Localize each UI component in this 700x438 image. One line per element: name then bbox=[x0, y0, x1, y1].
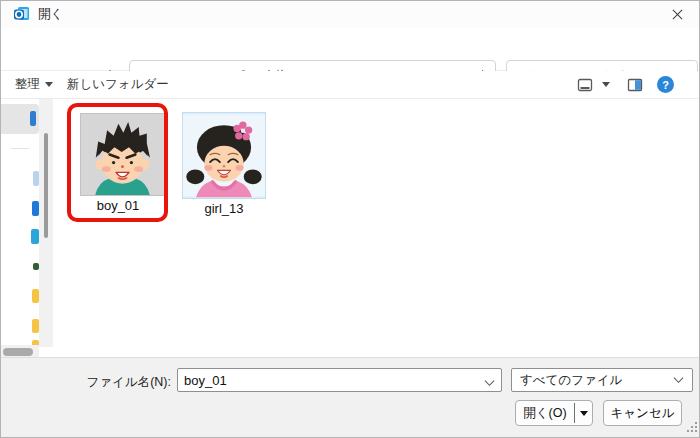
preview-pane-icon[interactable] bbox=[627, 71, 643, 98]
organize-button[interactable]: 整理 bbox=[15, 71, 53, 98]
sidebar-separator bbox=[11, 148, 29, 149]
open-button[interactable]: 開く(O) bbox=[516, 401, 574, 425]
sidebar-selected-item[interactable] bbox=[1, 104, 39, 134]
file-tile-girl13[interactable] bbox=[182, 112, 266, 199]
sidebar-item-icon[interactable] bbox=[32, 201, 39, 216]
sidebar-folder-icon[interactable] bbox=[32, 289, 39, 303]
sidebar-vertical-scrollbar[interactable] bbox=[39, 99, 53, 347]
resize-grip-icon[interactable] bbox=[687, 421, 697, 435]
close-icon[interactable] bbox=[655, 1, 699, 28]
filename-input[interactable] bbox=[178, 369, 501, 391]
chevron-down-icon bbox=[45, 82, 53, 87]
view-dropdown-icon[interactable] bbox=[602, 71, 610, 98]
filetype-combo-chevron-icon bbox=[673, 376, 684, 384]
open-split-button: 開く(O) bbox=[515, 400, 593, 426]
dialog-footer: ファイル名(N): すべてのファイル 開く(O) キャンセル bbox=[1, 357, 699, 437]
file-label-boy01: boy_01 bbox=[69, 198, 167, 213]
girl-illustration bbox=[183, 113, 265, 198]
boy-illustration bbox=[81, 114, 164, 195]
file-open-dialog: 開く bbox=[0, 0, 700, 438]
new-folder-button[interactable]: 新しいフォルダー bbox=[67, 71, 169, 98]
navigation-pane bbox=[1, 99, 53, 359]
outlook-app-icon bbox=[13, 6, 30, 23]
file-tile-boy01[interactable] bbox=[80, 113, 165, 196]
view-options-icon[interactable] bbox=[577, 71, 593, 98]
filetype-dropdown[interactable]: すべてのファイル bbox=[511, 368, 693, 392]
navigation-bar: デスクトップ 人物イラスト bbox=[1, 28, 699, 71]
filename-label: ファイル名(N): bbox=[1, 374, 171, 391]
new-folder-label: 新しいフォルダー bbox=[67, 76, 169, 93]
scrollbar-thumb[interactable] bbox=[44, 133, 48, 238]
command-bar: 整理 新しいフォルダー ? bbox=[1, 71, 699, 99]
filetype-selected-value: すべてのファイル bbox=[520, 372, 622, 389]
filename-combobox bbox=[177, 368, 502, 392]
cancel-button[interactable]: キャンセル bbox=[603, 400, 682, 426]
titlebar: 開く bbox=[1, 1, 699, 28]
organize-label: 整理 bbox=[15, 76, 40, 93]
window-title: 開く bbox=[38, 6, 63, 23]
sidebar-item-icon bbox=[30, 111, 36, 126]
scrollbar-thumb[interactable] bbox=[3, 348, 33, 356]
help-icon[interactable]: ? bbox=[657, 71, 674, 98]
file-label-girl13: girl_13 bbox=[178, 201, 270, 216]
filename-combo-chevron-icon[interactable] bbox=[484, 376, 495, 390]
file-list-area: boy_01 bbox=[1, 99, 699, 359]
open-dropdown-icon[interactable] bbox=[575, 401, 592, 425]
sidebar-item-icon[interactable] bbox=[31, 229, 39, 244]
sidebar-folder-icon[interactable] bbox=[32, 319, 39, 333]
